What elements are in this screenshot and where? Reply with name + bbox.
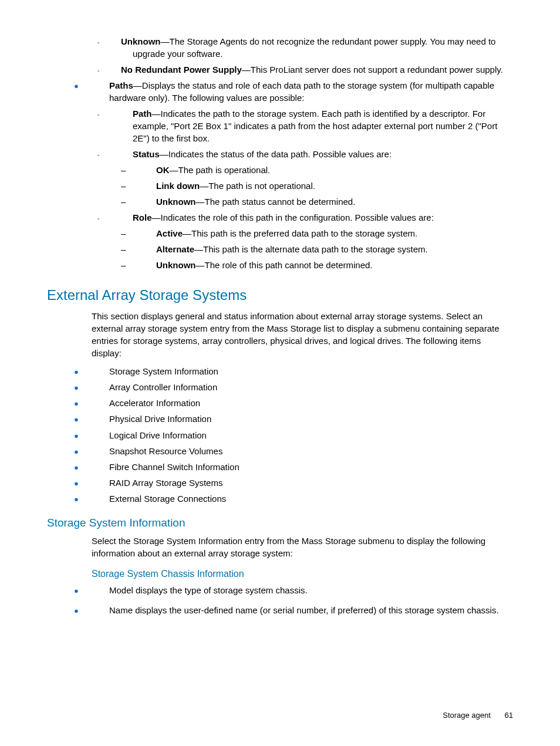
list-item: Model displays the type of storage syste…	[109, 585, 308, 595]
term: Path	[133, 109, 152, 119]
bullet-dash-icon: –	[139, 195, 146, 208]
storage-system-info-heading: Storage System Information	[47, 515, 513, 531]
bullet-hollow-icon: ◦	[115, 215, 121, 223]
role-values: –Active—This path is the preferred data …	[133, 227, 513, 271]
list-item: Logical Drive Information	[109, 430, 207, 440]
term: Status	[133, 149, 160, 159]
bullet-disc-icon: ●	[92, 367, 97, 377]
bullet-hollow-icon: ◦	[115, 39, 121, 47]
list-item: Snapshot Resource Volumes	[109, 446, 222, 456]
list-item: External Storage Connections	[109, 494, 226, 504]
bullet-disc-icon: ●	[92, 447, 97, 457]
desc: —This path is the preferred data path to…	[183, 228, 417, 238]
top-continuation-list: ◦Unknown—The Storage Agents do not recog…	[47, 35, 513, 76]
term: Unknown	[156, 197, 196, 207]
list-item: Physical Drive Information	[109, 414, 211, 424]
term: OK	[156, 165, 170, 175]
desc: —The path is not operational.	[200, 181, 315, 191]
list-item: Name displays the user-defined name (or …	[109, 605, 499, 615]
paths-list: ●Paths—Displays the status and role of e…	[47, 79, 513, 271]
paths-desc: —Displays the status and role of each da…	[109, 80, 494, 103]
paths-term: Paths	[109, 80, 133, 90]
bullet-hollow-icon: ◦	[115, 151, 121, 160]
bullet-disc-icon: ●	[92, 431, 97, 441]
bullet-disc-icon: ●	[92, 586, 97, 596]
term: Link down	[156, 181, 200, 191]
list-item: Array Controller Information	[109, 382, 217, 392]
bullet-disc-icon: ●	[92, 399, 97, 409]
term: Unknown	[156, 260, 196, 270]
bullet-disc-icon: ●	[92, 494, 97, 505]
term: Active	[156, 228, 183, 238]
list-item: Fibre Channel Switch Information	[109, 462, 239, 472]
bullet-hollow-icon: ◦	[115, 67, 121, 75]
chassis-info-heading: Storage System Chassis Information	[92, 568, 513, 580]
bullet-disc-icon: ●	[92, 414, 97, 425]
bullet-disc-icon: ●	[92, 463, 97, 473]
list-item: RAID Array Storage Systems	[109, 478, 222, 488]
desc: —Indicates the status of the data path. …	[160, 149, 392, 159]
desc: —The path status cannot be determined.	[196, 197, 356, 207]
desc: —The Storage Agents do not recognize the…	[133, 36, 495, 59]
bullet-dash-icon: –	[139, 180, 146, 192]
list-item: Accelerator Information	[109, 398, 200, 408]
bullet-hollow-icon: ◦	[115, 111, 121, 119]
bullet-disc-icon: ●	[92, 606, 97, 616]
term: Role	[133, 212, 152, 222]
desc: —The role of this path cannot be determi…	[196, 260, 373, 270]
bullet-disc-icon: ●	[92, 478, 97, 489]
term: No Redundant Power Supply	[121, 65, 242, 75]
external-array-intro: This section displays general and status…	[92, 310, 513, 359]
chassis-info-list: ●Model displays the type of storage syst…	[47, 584, 513, 616]
paths-sublist: ◦Path—Indicates the path to the storage …	[109, 107, 513, 271]
desc: —The path is operational.	[170, 165, 271, 175]
bullet-disc-icon: ●	[92, 383, 97, 393]
desc: —Indicates the path to the storage syste…	[133, 109, 497, 143]
external-array-list: ●Storage System Information ●Array Contr…	[47, 365, 513, 505]
external-array-heading: External Array Storage Systems	[47, 285, 513, 305]
list-item: Storage System Information	[109, 366, 218, 376]
bullet-disc-icon: ●	[92, 81, 97, 92]
storage-system-info-intro: Select the Storage System Information en…	[92, 535, 513, 559]
bullet-dash-icon: –	[139, 164, 146, 176]
term: Alternate	[156, 244, 194, 254]
bullet-dash-icon: –	[139, 259, 146, 271]
desc: —This ProLiant server does not support a…	[242, 65, 503, 75]
status-values: –OK—The path is operational. –Link down—…	[133, 164, 513, 208]
bullet-dash-icon: –	[139, 227, 146, 239]
desc: —Indicates the role of this path in the …	[152, 212, 434, 222]
term: Unknown	[121, 36, 161, 46]
bullet-dash-icon: –	[139, 243, 146, 255]
desc: —This path is the alternate data path to…	[194, 244, 428, 254]
